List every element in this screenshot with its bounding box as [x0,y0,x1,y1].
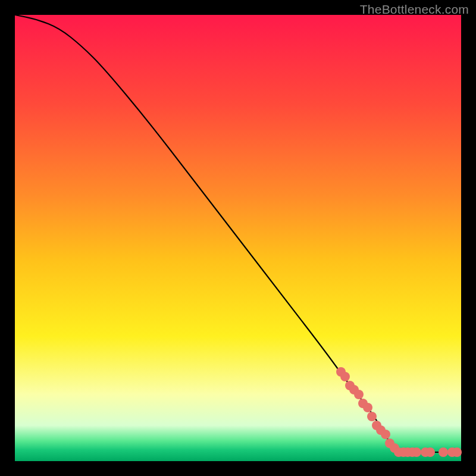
data-point [439,447,448,457]
data-point [381,430,390,439]
data-point [363,403,372,412]
data-point [354,390,364,399]
data-point [367,412,377,421]
chart-frame [15,15,461,461]
plot-area [15,15,461,461]
data-point [452,447,462,457]
scatter-points-layer [15,15,461,461]
data-point [412,447,421,457]
watermark-text: TheBottleneck.com [360,2,469,17]
data-point [425,447,435,457]
data-point [340,372,350,381]
